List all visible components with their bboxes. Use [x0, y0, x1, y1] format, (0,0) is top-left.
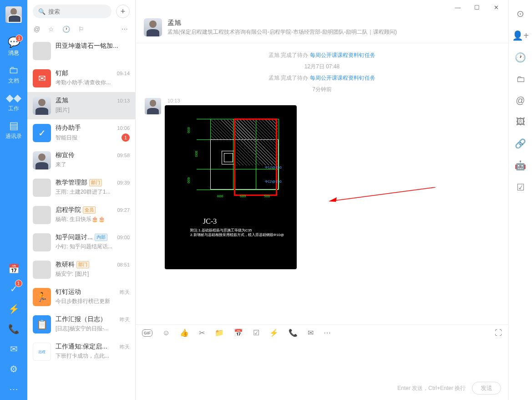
chat-item[interactable]: 📋工作汇报（日志）昨天[日志]杨安宁的日报-...	[27, 311, 135, 338]
nav-messages[interactable]: 💬 消息 1	[0, 33, 27, 61]
chat-item[interactable]: 🏃钉钉运动昨天今日步数排行榜已更新	[27, 283, 135, 311]
time-ago: 7分钟前	[145, 86, 499, 93]
emoji-icon[interactable]: ☺	[162, 329, 170, 337]
history-icon[interactable]: 🕐	[515, 52, 526, 63]
more-icon[interactable]: ⋯	[9, 384, 18, 395]
left-nav: 💬 消息 1 🗀 文档 ◆◆ 工作 ▤ 通讯录 📅 ✓1 ⚡ 📞 ✉ ⚙ ⋯	[0, 0, 27, 400]
add-contact-icon[interactable]: 👤+	[512, 30, 529, 41]
flag-icon[interactable]: ⚐	[78, 26, 84, 33]
filter-more[interactable]: ⋯	[122, 26, 129, 33]
envelope-icon[interactable]: ✉	[308, 328, 314, 337]
todo-icon[interactable]: ☑	[517, 182, 525, 193]
network-icon[interactable]: ⚙	[10, 364, 18, 374]
filter-row: @ ☆ 🕐 ⚐ ⋯	[27, 23, 135, 37]
system-message: 孟旭 完成了待办 每周公开课课程资料钉任务	[145, 51, 499, 59]
cad-dim: 600	[187, 177, 191, 183]
files-icon[interactable]: 🗀	[516, 74, 525, 84]
chat-name: 柳宣伶	[56, 151, 75, 159]
robot-icon[interactable]: 🤖	[515, 160, 526, 171]
star-icon[interactable]: ☆	[48, 26, 54, 33]
at-icon[interactable]: @	[34, 26, 40, 33]
phone-icon[interactable]: 📞	[8, 323, 20, 334]
send-button[interactable]: 发送	[472, 382, 501, 395]
chat-time: 昨天	[120, 289, 130, 296]
toolbar-more-icon[interactable]: ⋯	[324, 328, 331, 337]
nav-work[interactable]: ◆◆ 工作	[0, 88, 27, 116]
maximize-button[interactable]: ☐	[468, 1, 486, 14]
message-image[interactable]: 600 800 600 600 600 500 Φ12@150 Φ12@150 …	[165, 105, 297, 269]
thumbs-up-icon[interactable]: 👍	[180, 328, 189, 337]
chat-list-pane: 🔍 + @ ☆ 🕐 ⚐ ⋯ 田亚坤邀请石一铭加...✉钉邮09-14考勤小助手:…	[27, 0, 136, 400]
chat-item[interactable]: 启程工作通知:保定启...昨天下班打卡成功，点此...	[27, 338, 135, 365]
chat-tag: 部门	[89, 179, 102, 186]
chat-item[interactable]: 教研科部门08:51杨安宁: [图片]	[27, 256, 135, 283]
expand-icon[interactable]: ⛶	[495, 329, 502, 337]
chat-avatar	[33, 233, 51, 251]
task-icon[interactable]: ✓1	[10, 283, 18, 294]
close-button[interactable]: ✕	[487, 1, 505, 14]
search-box[interactable]: 🔍	[33, 5, 111, 18]
calendar-icon[interactable]: 📅	[8, 263, 20, 274]
mention-icon[interactable]: @	[516, 95, 525, 106]
cad-title: JC-3	[203, 217, 217, 226]
flash-icon[interactable]: ⚡	[8, 303, 20, 314]
docs-icon: 🗀	[8, 64, 20, 76]
search-icon: 🔍	[38, 8, 46, 15]
main-pane: — ☐ ✕ 孟旭 孟旭(保定启程建筑工程技术咨询有限公司-启程学院-市场经营部-…	[136, 0, 508, 400]
chat-name: 工作通知:保定启...	[56, 343, 107, 351]
chat-tag: 部门	[76, 261, 89, 268]
clock-icon[interactable]: 🕐	[62, 26, 70, 33]
chat-item[interactable]: ✓待办助手10:06智能日报1	[27, 119, 135, 147]
chat-avatar: 🏃	[33, 288, 51, 306]
add-button[interactable]: +	[116, 5, 130, 18]
chat-avatar	[33, 179, 51, 197]
nav-contacts[interactable]: ▤ 通讯录	[0, 116, 27, 144]
photo-icon[interactable]: 🖼	[516, 117, 525, 127]
chat-name: 钉钉运动	[56, 288, 81, 296]
chat-avatar: ✓	[33, 124, 51, 142]
chat-item[interactable]: 田亚坤邀请石一铭加...	[27, 37, 135, 65]
chat-name: 教研科部门	[56, 261, 89, 269]
task-link[interactable]: 每周公开课课程资料钉任务	[310, 52, 375, 58]
chat-item[interactable]: 柳宣伶09:58来了	[27, 147, 135, 174]
chat-header-avatar[interactable]	[144, 18, 162, 36]
chat-item[interactable]: 教学管理部部门09:39王雨: 土建20群进了1...	[27, 174, 135, 201]
chat-item[interactable]: ✉钉邮09-14考勤小助手:请查收你...	[27, 65, 135, 92]
search-input[interactable]	[48, 8, 106, 15]
chat-tag: 内部	[95, 234, 107, 241]
more-options-icon[interactable]: ⊙	[517, 8, 524, 19]
chat-time: 09:39	[117, 180, 130, 185]
arrow-annotation	[329, 187, 436, 203]
ding-icon[interactable]: ⚡	[269, 328, 279, 337]
nav-label: 文档	[8, 77, 19, 85]
chat-time: 昨天	[120, 316, 130, 323]
call-icon[interactable]: 📞	[289, 328, 298, 337]
svg-line-0	[332, 187, 436, 201]
nav-docs[interactable]: 🗀 文档	[0, 61, 27, 88]
scissors-icon[interactable]: ✂	[199, 328, 205, 337]
text-input[interactable]: Enter 发送，Ctrl+Enter 换行 发送	[136, 341, 508, 400]
chat-content: 孟旭 完成了待办 每周公开课课程资料钉任务 12月7日 07:48 孟旭 完成了…	[136, 43, 508, 324]
chat-item[interactable]: 孟旭10:13[图片]	[27, 92, 135, 119]
mail-icon[interactable]: ✉	[10, 344, 18, 354]
chat-preview: 智能日报1	[56, 133, 130, 142]
chat-item[interactable]: 知乎问题讨...内部09:00小钉: 知乎问题结尾话...	[27, 229, 135, 256]
input-toolbar: GIF ☺ 👍 ✂ 📁 📅 ☑ ⚡ 📞 ✉ ⋯ ⛶	[136, 325, 508, 341]
send-hint: Enter 发送，Ctrl+Enter 换行	[397, 385, 466, 392]
user-avatar[interactable]	[5, 6, 22, 23]
chat-item[interactable]: 启程学院全员09:27杨萌: 生日快乐🎂🎂	[27, 201, 135, 229]
folder-icon[interactable]: 📁	[215, 328, 224, 337]
date-divider: 12月7日 07:48	[145, 63, 499, 71]
check-icon[interactable]: ☑	[253, 328, 259, 337]
date-icon[interactable]: 📅	[234, 328, 243, 337]
link-icon[interactable]: 🔗	[515, 138, 526, 149]
chat-name: 启程学院全员	[56, 206, 96, 214]
nav-label: 工作	[8, 105, 19, 113]
chat-name: 田亚坤邀请石一铭加...	[56, 42, 118, 50]
message-row: 10:13	[145, 98, 499, 269]
message-avatar[interactable]	[145, 98, 161, 114]
chat-tag: 全员	[83, 206, 96, 214]
task-link[interactable]: 每周公开课课程资料钉任务	[310, 75, 375, 81]
gif-icon[interactable]: GIF	[142, 329, 152, 337]
minimize-button[interactable]: —	[449, 1, 466, 14]
